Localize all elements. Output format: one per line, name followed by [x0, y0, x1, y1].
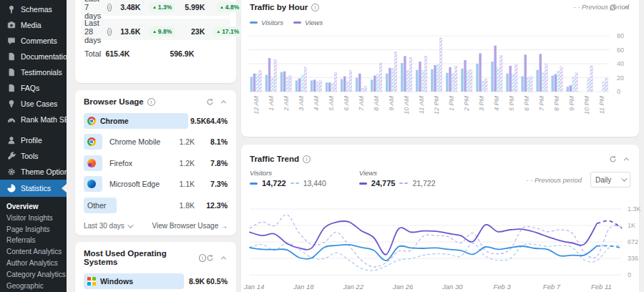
sidebar-item-profile[interactable]: Profile	[0, 132, 67, 148]
sidebar-item-faqs[interactable]: FAQs	[0, 80, 67, 96]
collapse-chevron-icon[interactable]	[220, 254, 228, 262]
svg-text:40: 40	[617, 60, 624, 67]
collapse-chevron-icon[interactable]	[220, 98, 228, 106]
sidebar-item-comments[interactable]: Comments	[0, 33, 67, 49]
refresh-icon[interactable]	[206, 98, 214, 106]
views-previous-total: 21,722	[412, 179, 435, 188]
sidebar-item-testimonials[interactable]: Testimonials	[0, 64, 67, 80]
legend-visitors[interactable]: Visitors	[250, 19, 283, 26]
sidebar-subitem-overview[interactable]: Overview	[6, 201, 67, 213]
svg-text:3 PM: 3 PM	[478, 96, 485, 112]
sidebar-item-documentation[interactable]: Documentation	[0, 49, 67, 64]
browser-row-chrome[interactable]: Chrome 9.5K 64.4%	[75, 110, 236, 132]
svg-text:4 PM: 4 PM	[493, 96, 500, 112]
sidebar-item-tools[interactable]: Tools	[0, 148, 67, 164]
svg-text:2 AM: 2 AM	[283, 95, 290, 111]
visitors-total: 14,722	[262, 179, 286, 188]
visitors-value: 13.6K	[114, 27, 140, 36]
pin-icon	[6, 5, 16, 14]
summary-row-last-7-days: Last 7 daysi 3.48K ▲1.3% 5.99K ▲4.8%	[81, 0, 230, 16]
info-icon[interactable]: i	[199, 254, 206, 262]
browser-percent: 7.8%	[195, 159, 228, 167]
sidebar-subitem-category-analytics[interactable]: Category Analytics	[6, 269, 67, 281]
sidebar-subitem-author-analytics[interactable]: Author Analytics	[6, 258, 67, 269]
card-title: Traffic Trend	[250, 155, 299, 163]
svg-text:Jan 26: Jan 26	[392, 283, 414, 291]
info-icon[interactable]: i	[303, 155, 311, 163]
svg-text:2 PM: 2 PM	[463, 96, 470, 112]
info-icon[interactable]: i	[147, 98, 155, 106]
views-swatch	[293, 21, 301, 24]
svg-text:0: 0	[628, 271, 631, 278]
browser-row-microsoft-edge[interactable]: Microsoft Edge 1.1K 7.3%	[75, 174, 236, 195]
svg-text:11 PM: 11 PM	[598, 95, 605, 114]
svg-text:8 AM: 8 AM	[373, 95, 380, 110]
date-range-dropdown[interactable]: Last 30 days	[84, 222, 132, 230]
document-icon	[6, 52, 16, 62]
views-swatch	[359, 182, 367, 185]
user-icon	[6, 136, 16, 145]
sidebar-subitem-visitor-insights[interactable]: Visitor Insights	[6, 213, 67, 224]
summary-row-label: Last 7 days	[84, 0, 104, 20]
sidebar-item-theme-options[interactable]: Theme Options	[0, 164, 67, 180]
info-icon[interactable]: i	[107, 28, 112, 36]
collapse-chevron-icon[interactable]	[623, 155, 630, 163]
svg-text:3 AM: 3 AM	[298, 95, 305, 110]
svg-text:Jan 18: Jan 18	[293, 283, 314, 291]
visitors-value: 3.48K	[114, 3, 140, 11]
view-browser-usage-link[interactable]: View Browser Usage →	[152, 222, 228, 230]
svg-text:1K: 1K	[628, 222, 635, 229]
sidebar-subitem-referrals[interactable]: Referrals	[6, 235, 67, 246]
browser-percent: 8.1%	[195, 137, 228, 146]
refresh-icon[interactable]	[609, 155, 617, 163]
admin-sidebar: Schemas Media Comments Documentation Tes…	[0, 0, 67, 292]
sidebar-item-media[interactable]: Media	[0, 17, 67, 33]
sidebar-item-rank-math-seo[interactable]: Rank Math SEO	[0, 112, 67, 127]
browser-percent: 12.3%	[195, 201, 228, 210]
sidebar-item-label: Profile	[21, 136, 42, 145]
statistics-submenu: Overview Visitor Insights Page Insights …	[0, 197, 67, 291]
up-arrow-icon: ▲	[220, 5, 224, 9]
sidebar-subitem-geographic[interactable]: Geographic	[6, 281, 67, 292]
svg-text:0: 0	[617, 88, 620, 95]
views-total: 24,775	[371, 179, 396, 188]
os-row-windows[interactable]: Windows 8.9K 60.5%	[75, 271, 236, 292]
browser-row-firefox[interactable]: Firefox 1.2K 7.8%	[75, 152, 236, 174]
prev-views-swatch	[399, 182, 408, 185]
views-value: 23K	[177, 27, 205, 36]
visitors-value: 615.4K	[104, 49, 130, 58]
svg-text:11 AM: 11 AM	[418, 96, 425, 115]
comments-icon	[6, 36, 16, 46]
browser-row-other[interactable]: Other 1.8K 12.3%	[75, 195, 236, 216]
svg-text:60: 60	[617, 47, 624, 54]
traffic-trend-chart[interactable]: 03366721K1.3KJan 14Jan 18Jan 22Jan 26Jan…	[241, 203, 639, 292]
info-icon[interactable]: i	[311, 4, 319, 11]
sidebar-item-statistics[interactable]: Statistics	[0, 180, 67, 197]
up-arrow-icon: ▲	[152, 5, 157, 9]
views-change-badge: ▲17.1%	[213, 26, 242, 36]
sidebar-item-schemas[interactable]: Schemas	[0, 1, 67, 17]
os-percent: 60.5%	[205, 277, 228, 286]
visitors-swatch	[250, 182, 258, 185]
svg-text:1 PM: 1 PM	[448, 96, 455, 112]
previous-period-label: - - Previous period	[526, 176, 582, 184]
browser-row-chrome-mobile[interactable]: Chrome Mobile 1.2K 8.1%	[75, 132, 236, 153]
visitors-swatch	[250, 21, 258, 24]
traffic-by-hour-chart[interactable]: 02040608012 AM1 AM2 AM3 AM4 AM5 AM6 AM7 …	[241, 27, 639, 136]
refresh-icon[interactable]	[206, 254, 214, 262]
svg-text:12 PM: 12 PM	[433, 96, 440, 115]
svg-text:7 PM: 7 PM	[538, 96, 545, 112]
sidebar-subitem-page-insights[interactable]: Page Insights	[6, 224, 67, 235]
views-label: Views	[359, 169, 436, 177]
interval-select[interactable]: Daily	[590, 172, 630, 188]
info-icon[interactable]: i	[107, 4, 112, 11]
up-arrow-icon: ▲	[152, 29, 157, 34]
document-icon	[6, 68, 16, 77]
sidebar-subitem-content-analytics[interactable]: Content Analytics	[6, 246, 67, 258]
sidebar-item-use-cases[interactable]: Use Cases	[0, 96, 67, 112]
legend-views[interactable]: Views	[293, 19, 323, 26]
summary-row-label: Last 28 days	[84, 19, 104, 44]
chevron-down-icon	[127, 222, 133, 228]
visitors-label: Visitors	[250, 169, 326, 177]
summary-row-total: Total 615.4K 596.9K	[81, 43, 230, 64]
